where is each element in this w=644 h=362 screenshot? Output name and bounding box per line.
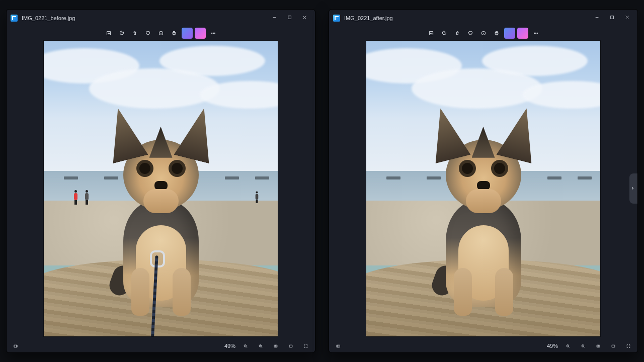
zoom-out-button[interactable] xyxy=(563,341,573,351)
info-button[interactable] xyxy=(478,28,489,39)
filmstrip-button[interactable] xyxy=(333,341,343,351)
zoom-in-button[interactable] xyxy=(578,341,588,351)
print-button[interactable] xyxy=(491,28,502,39)
maximize-button[interactable] xyxy=(283,11,298,25)
svg-point-22 xyxy=(537,33,537,33)
svg-rect-27 xyxy=(612,345,615,347)
background-person xyxy=(74,190,77,203)
background-person xyxy=(85,190,89,203)
zoom-out-button[interactable] xyxy=(240,341,251,351)
close-button[interactable] xyxy=(620,11,635,25)
titlebar[interactable]: IMG_0221_after.jpg xyxy=(329,10,637,27)
more-button[interactable] xyxy=(530,28,541,39)
more-button[interactable] xyxy=(208,28,219,39)
svg-point-8 xyxy=(214,33,215,33)
svg-rect-26 xyxy=(597,345,600,347)
image-viewport[interactable] xyxy=(7,38,315,339)
fit-button[interactable] xyxy=(286,341,296,351)
titlebar[interactable]: IMG_0221_before.jpg xyxy=(7,10,315,27)
file-name: IMG_0221_before.jpg xyxy=(22,15,75,21)
favorite-button[interactable] xyxy=(142,28,153,39)
file-name: IMG_0221_after.jpg xyxy=(344,15,393,21)
background-person xyxy=(256,192,259,202)
status-bar: 49% xyxy=(7,339,315,352)
svg-rect-14 xyxy=(611,16,614,19)
edit-image-button[interactable] xyxy=(426,28,437,39)
rotate-button[interactable] xyxy=(439,28,450,39)
close-button[interactable] xyxy=(298,11,313,25)
next-image-button[interactable] xyxy=(629,173,637,204)
image-viewport[interactable] xyxy=(329,38,637,339)
visual-search-button[interactable] xyxy=(504,28,515,39)
fullscreen-button[interactable] xyxy=(623,341,633,351)
maximize-button[interactable] xyxy=(605,11,620,25)
fit-button[interactable] xyxy=(608,341,618,351)
svg-point-7 xyxy=(213,33,213,33)
svg-rect-0 xyxy=(288,16,291,19)
svg-point-21 xyxy=(535,33,536,33)
filmstrip-button[interactable] xyxy=(11,341,21,351)
zoom-level: 49% xyxy=(224,343,235,349)
svg-rect-13 xyxy=(289,345,292,347)
actual-size-button[interactable] xyxy=(593,341,603,351)
visual-search-button[interactable] xyxy=(182,28,193,39)
print-button[interactable] xyxy=(169,28,180,39)
photos-window: IMG_0221_before.jpg xyxy=(6,9,315,353)
svg-point-20 xyxy=(534,33,534,33)
edit-image-button[interactable] xyxy=(103,28,114,39)
minimize-button[interactable] xyxy=(590,11,605,25)
app-icon xyxy=(11,15,18,22)
favorite-button[interactable] xyxy=(465,28,476,39)
minimize-button[interactable] xyxy=(268,11,283,25)
photo[interactable] xyxy=(366,41,600,336)
zoom-level: 49% xyxy=(547,343,558,349)
svg-rect-9 xyxy=(14,345,17,347)
fullscreen-button[interactable] xyxy=(301,341,311,351)
info-button[interactable] xyxy=(155,28,167,39)
photos-window: IMG_0221_after.jpg xyxy=(329,9,638,353)
svg-rect-12 xyxy=(274,345,277,347)
svg-rect-23 xyxy=(337,345,340,347)
dog xyxy=(98,105,224,316)
dog xyxy=(421,105,546,316)
actual-size-button[interactable] xyxy=(271,341,281,351)
svg-rect-4 xyxy=(173,31,175,32)
app-icon xyxy=(333,15,340,22)
svg-point-6 xyxy=(211,33,212,33)
rotate-button[interactable] xyxy=(116,28,127,39)
status-bar: 49% xyxy=(329,339,637,352)
clipchamp-button[interactable] xyxy=(195,28,206,39)
photo[interactable] xyxy=(44,41,278,336)
delete-button[interactable] xyxy=(452,28,463,39)
zoom-in-button[interactable] xyxy=(256,341,266,351)
delete-button[interactable] xyxy=(129,28,140,39)
svg-rect-18 xyxy=(496,31,497,32)
clipchamp-button[interactable] xyxy=(517,28,528,39)
